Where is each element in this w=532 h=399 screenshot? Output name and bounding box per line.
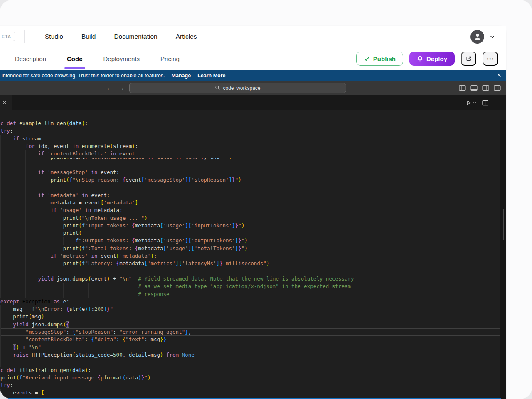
code-line[interactable]: for idx, event in enumerate(stream):	[0, 143, 500, 150]
publish-button[interactable]: Publish	[356, 52, 403, 66]
code-line[interactable]: print(msg)	[0, 313, 500, 320]
code-line[interactable]: print(f"Received input message {pformat(…	[0, 374, 500, 382]
close-icon	[496, 72, 502, 78]
manage-link[interactable]: Manage	[172, 73, 191, 79]
deploy-label: Deploy	[426, 55, 447, 62]
banner-close-button[interactable]	[496, 72, 502, 78]
project-card: ETA StudioBuildDocumentationArticles	[0, 26, 506, 399]
code-line[interactable]: print(f":Total tokens: {metadata['usage'…	[0, 245, 500, 252]
code-line[interactable]: raise HTTPException(status_code=500, det…	[0, 351, 500, 359]
code-line[interactable]	[0, 184, 500, 191]
code-line[interactable]: try:	[0, 382, 500, 389]
run-button[interactable]	[466, 100, 477, 106]
run-dropdown-chevron-icon[interactable]	[473, 101, 477, 105]
nav-item-build[interactable]: Build	[81, 33, 96, 40]
user-icon	[473, 32, 482, 41]
project-actions: Publish Deploy	[356, 47, 498, 70]
code-line[interactable]: "messageStop": {"stopReason": "error run…	[0, 328, 500, 336]
code-line[interactable]: print(	[0, 229, 500, 237]
banner-message: intended for safe code browsing. Trust t…	[2, 73, 165, 79]
more-options-button[interactable]: ⋯	[483, 52, 498, 66]
code-line[interactable]: "contentBlockDelta": {"delta": {"text": …	[0, 336, 500, 343]
nav-item-documentation[interactable]: Documentation	[114, 33, 157, 40]
code-line[interactable]: msg = f"\nError: {str(e)[:200]}"	[0, 305, 500, 313]
beta-badge: ETA	[0, 32, 15, 41]
code-line[interactable]: yield json.dumps(event) + "\n" # Yield s…	[0, 275, 500, 283]
code-line[interactable]: print(f"\nStop reason: {event['messageSt…	[0, 176, 500, 184]
code-lines: if 'messageStop' in event: print(f"\nSto…	[0, 161, 500, 399]
tab-pricing[interactable]: Pricing	[160, 47, 180, 70]
code-line[interactable]: if 'contentBlockDelta' in event:	[0, 150, 500, 158]
nav-item-articles[interactable]: Articles	[176, 33, 197, 40]
learn-more-link[interactable]: Learn More	[197, 73, 225, 79]
project-subnav: DescriptionCodeDeploymentsPricing Publis…	[0, 47, 506, 70]
code-line[interactable]: print(f"Latency: {metadata['metrics']['l…	[0, 260, 500, 267]
code-line[interactable]: if 'usage' in metadata:	[0, 207, 500, 214]
code-line[interactable]: try:	[0, 127, 500, 135]
toggle-sidebar-right-icon[interactable]	[482, 85, 489, 91]
code-line[interactable]: async def illustration_gen(data):	[0, 367, 500, 374]
external-link-icon	[466, 55, 472, 62]
editor-scrollbar	[500, 120, 506, 399]
code-line[interactable]: if 'metadata' in event:	[0, 192, 500, 199]
toggle-sidebar-left-icon[interactable]	[459, 85, 466, 91]
main-nav: StudioBuildDocumentationArticles	[45, 26, 197, 47]
code-line[interactable]: }) + "\n"	[0, 344, 500, 351]
code-line[interactable]	[0, 359, 500, 366]
workspace-name: code_workspace	[223, 85, 260, 91]
code-line[interactable]	[0, 161, 500, 168]
publish-label: Publish	[373, 55, 396, 62]
code-line[interactable]: if 'messageStop' in event:	[0, 169, 500, 176]
toggle-panel-icon[interactable]	[470, 85, 478, 91]
nav-item-studio[interactable]: Studio	[45, 33, 63, 40]
tab-deployments[interactable]: Deployments	[103, 47, 140, 70]
tab-code[interactable]: Code	[67, 47, 83, 70]
customize-layout-icon[interactable]	[494, 85, 501, 91]
restricted-mode-banner: intended for safe code browsing. Trust t…	[0, 70, 506, 81]
code-line[interactable]: if 'metrics' in event['metadata']:	[0, 252, 500, 260]
code-line[interactable]: metadata = event['metadata']	[0, 199, 500, 207]
code-line[interactable]: if stream:	[0, 135, 500, 143]
editor-tabstrip: ⋯	[0, 95, 506, 110]
tab-close-icon[interactable]	[2, 100, 7, 105]
code-line[interactable]: events = [	[0, 389, 500, 397]
app-window: ETA StudioBuildDocumentationArticles	[0, 0, 532, 399]
code-line[interactable]: async def example_llm_gen(data):	[0, 120, 500, 127]
code-line[interactable]: yield json.dumps({	[0, 321, 500, 328]
code-line[interactable]: # response	[0, 291, 500, 298]
editor-more-actions-icon[interactable]: ⋯	[494, 99, 500, 107]
vscode-embed: intended for safe code browsing. Trust t…	[0, 70, 506, 399]
chevron-down-icon[interactable]	[490, 34, 495, 39]
scrollbar-thumb[interactable]	[503, 209, 504, 240]
code-line[interactable]: f":Output tokens: {metadata['usage']['ou…	[0, 237, 500, 244]
account-menu	[470, 26, 495, 47]
code-line[interactable]: except Exception as e:	[0, 298, 500, 305]
check-icon	[364, 56, 370, 62]
deploy-button[interactable]: Deploy	[409, 52, 455, 66]
split-editor-icon[interactable]	[482, 100, 488, 106]
sticky-scroll: async def example_llm_gen(data): try: if…	[0, 120, 500, 158]
code-line[interactable]: print(f"Input tokens: {metadata['usage']…	[0, 222, 500, 229]
code-line[interactable]: # as we set media_type="application/x-nd…	[0, 283, 500, 290]
project-tabs: DescriptionCodeDeploymentsPricing	[15, 47, 180, 70]
ellipsis-icon: ⋯	[487, 54, 494, 63]
app-header: ETA StudioBuildDocumentationArticles	[0, 26, 506, 47]
history-back-button[interactable]: ←	[106, 84, 113, 92]
code-line[interactable]	[0, 268, 500, 275]
open-external-button[interactable]	[461, 52, 476, 66]
code-editor[interactable]: async def example_llm_gen(data): try: if…	[0, 120, 500, 399]
header-divider	[24, 30, 25, 43]
panel-focus-border	[0, 398, 501, 399]
code-line[interactable]: print("\nToken usage ... ")	[0, 214, 500, 222]
vscode-titlebar: ← → code_workspace	[0, 81, 506, 95]
play-icon	[466, 100, 472, 106]
command-center[interactable]: code_workspace	[129, 83, 346, 93]
search-icon	[215, 85, 220, 91]
tab-description[interactable]: Description	[15, 47, 46, 70]
editor-tab-partial[interactable]	[0, 95, 12, 110]
breadcrumbs-bar	[0, 110, 506, 120]
bell-icon	[417, 55, 423, 62]
avatar[interactable]	[470, 30, 484, 44]
history-forward-button[interactable]: →	[118, 84, 125, 92]
